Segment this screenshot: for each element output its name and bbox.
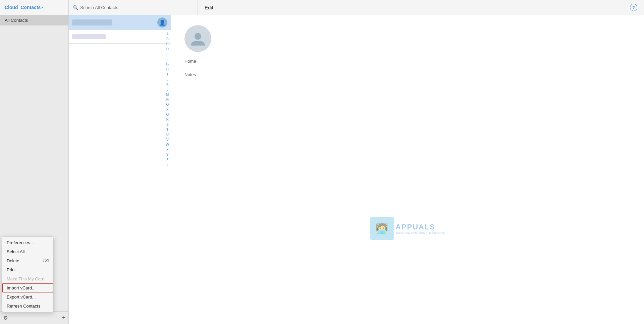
brand-tagline: TECH HOW-TO'S FROM THE EXPERTS [395, 231, 445, 234]
alpha-letter-l[interactable]: L [166, 87, 169, 92]
sidebar-bottom: ⚙ + [0, 311, 68, 324]
help-button[interactable]: ? [630, 4, 637, 11]
alpha-letter-g[interactable]: G [165, 62, 169, 67]
search-input[interactable] [80, 5, 194, 10]
contact-avatar-large [184, 25, 211, 52]
context-menu-item-print[interactable]: Print [2, 265, 53, 274]
second-contact-row[interactable] [69, 30, 171, 44]
alpha-letter-b[interactable]: B [166, 37, 169, 42]
search-icon: 🔍 [73, 5, 78, 10]
svg-point-0 [195, 33, 201, 40]
alpha-letter-y[interactable]: Y [166, 153, 169, 157]
edit-label: Edit [205, 5, 213, 10]
alpha-letter-f[interactable]: F [166, 57, 169, 62]
gear-button[interactable]: ⚙ [3, 315, 8, 321]
alpha-letter-a[interactable]: A [166, 32, 169, 37]
selected-contact-name [72, 19, 112, 25]
left-panel-header: iCloud Contacts ▾ [0, 0, 69, 15]
add-contact-button[interactable]: + [61, 314, 65, 321]
alpha-letter-d[interactable]: D [166, 47, 169, 52]
alpha-letter-z[interactable]: Z [166, 158, 169, 162]
alpha-letter-q[interactable]: Q [165, 112, 169, 117]
context-menu-item-select-all[interactable]: Select All [2, 247, 53, 256]
alphabet-index: ABCDEFGHIJKLMNOPQRSTUVWXYZ# [164, 30, 171, 169]
alpha-letter-i[interactable]: I [166, 72, 169, 77]
detail-panel: Home Notes 🧑‍💻 APPUALS TECH HOW-TO'S FRO… [171, 15, 644, 324]
alpha-letter-u[interactable]: U [166, 132, 169, 137]
avatar-silhouette-icon [190, 30, 206, 47]
watermark-text-block: APPUALS TECH HOW-TO'S FROM THE EXPERTS [395, 223, 445, 234]
sidebar-item-all-contacts[interactable]: All Contacts [0, 15, 68, 25]
delete-icon: ⌫ [43, 258, 49, 263]
app-separator [19, 5, 20, 10]
brand-name: APPUALS [395, 223, 445, 231]
watermark-logo: 🧑‍💻 [370, 217, 394, 240]
edit-area: Edit ? [198, 0, 644, 15]
home-field-label: Home [184, 59, 631, 68]
alpha-letter-p[interactable]: P [166, 107, 169, 112]
left-sidebar: All Contacts Preferences...Select AllDel… [0, 15, 69, 324]
alpha-letter-s[interactable]: S [166, 122, 169, 127]
notes-field-label: Notes [184, 72, 631, 77]
alpha-letter-#[interactable]: # [166, 163, 169, 167]
alpha-letter-x[interactable]: X [166, 148, 169, 152]
alpha-letter-r[interactable]: R [166, 117, 169, 122]
alpha-letter-e[interactable]: E [166, 52, 169, 57]
alpha-letter-v[interactable]: V [166, 138, 169, 142]
alpha-letter-n[interactable]: N [166, 97, 169, 102]
contacts-list-panel: 👤 ABCDEFGHIJKLMNOPQRSTUVWXYZ# [69, 15, 171, 324]
search-area: 🔍 [69, 0, 198, 15]
alpha-letter-w[interactable]: W [165, 143, 170, 147]
alpha-letter-o[interactable]: O [165, 102, 169, 107]
context-menu-item-refresh-contacts[interactable]: Refresh Contacts [2, 302, 53, 311]
alpha-letter-m[interactable]: M [165, 92, 169, 97]
alpha-letter-j[interactable]: J [166, 77, 169, 82]
context-menu-item-preferences[interactable]: Preferences... [2, 238, 53, 247]
alpha-letter-c[interactable]: C [166, 42, 169, 47]
context-menu-item-import-vcard[interactable]: Import vCard... [2, 283, 53, 292]
context-menu-item-delete[interactable]: Delete⌫ [2, 256, 53, 265]
context-menu: Preferences...Select AllDelete⌫PrintMake… [2, 236, 54, 312]
icloud-label: iCloud [3, 5, 18, 10]
watermark: 🧑‍💻 APPUALS TECH HOW-TO'S FROM THE EXPER… [370, 217, 445, 240]
contacts-list-header[interactable]: 👤 [69, 15, 171, 30]
second-contact-name [72, 34, 106, 39]
alpha-letter-t[interactable]: T [166, 127, 169, 132]
main-content: All Contacts Preferences...Select AllDel… [0, 15, 644, 324]
alpha-letter-h[interactable]: H [166, 67, 169, 72]
context-menu-item-make-my-card: Make This My Card [2, 274, 53, 283]
contacts-caret-icon[interactable]: ▾ [41, 5, 43, 10]
contacts-label[interactable]: Contacts [20, 5, 41, 10]
avatar-icon: 👤 [159, 19, 166, 26]
top-bar: iCloud Contacts ▾ 🔍 Edit ? [0, 0, 644, 15]
context-menu-item-export-vcard[interactable]: Export vCard... [2, 292, 53, 302]
alpha-letter-k[interactable]: K [166, 82, 169, 87]
contact-avatar-small: 👤 [157, 17, 167, 28]
